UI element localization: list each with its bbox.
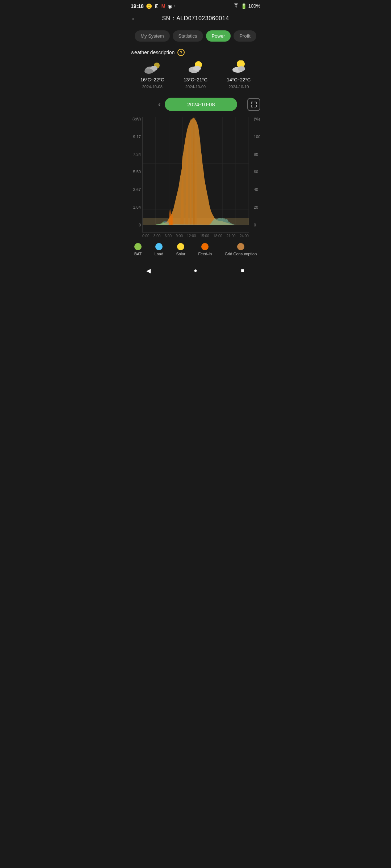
chart-svg — [143, 117, 249, 232]
weather-date-1: 2024-10-09 — [185, 85, 206, 89]
y-label-right-0: 100 — [254, 135, 260, 139]
date-display[interactable]: 2024-10-08 — [165, 98, 237, 111]
y-unit-right: (%) — [254, 117, 260, 121]
weather-description-text: weather description — [131, 50, 175, 55]
header: ← SN：ALD071023060014 — [125, 11, 266, 27]
legend: BAT Load Solar Feed-In Grid Consumption — [125, 238, 266, 259]
y-label-right-5: 0 — [254, 223, 256, 227]
battery-icon: 🔋 — [241, 3, 247, 9]
legend-dot-bat — [134, 243, 142, 250]
y-label-right-1: 80 — [254, 152, 258, 157]
status-left: 19:18 🙂 🗓 M ◉ • — [131, 3, 175, 9]
y-label-right-2: 60 — [254, 170, 258, 174]
y-label-left-3: 3.67 — [133, 187, 141, 192]
weather-icon-2 — [229, 60, 248, 75]
legend-grid: Grid Consumption — [225, 243, 257, 256]
y-label-right-4: 20 — [254, 205, 258, 209]
chart-container: (kW) 9.17 7.34 5.50 3.67 1.84 0 (%) 100 … — [128, 117, 263, 238]
gmail-icon: M — [161, 3, 165, 9]
tab-power[interactable]: Power — [206, 30, 231, 42]
chart-x-labels: 0:00 3:00 6:00 9:00 12:00 15:00 18:00 21… — [142, 234, 249, 238]
nav-recents-button[interactable]: ■ — [235, 263, 250, 278]
legend-label-grid: Grid Consumption — [225, 252, 257, 256]
x-label-8: 24:00 — [240, 234, 249, 238]
dot-icon: • — [174, 4, 176, 8]
y-unit-left: (kW) — [133, 117, 141, 121]
y-label-right-3: 40 — [254, 187, 258, 192]
legend-dot-feedin — [201, 243, 209, 250]
face-icon: 🙂 — [146, 3, 152, 9]
status-bar: 19:18 🙂 🗓 M ◉ • 🔋 100% — [125, 0, 266, 11]
tab-profit[interactable]: Profit — [234, 30, 256, 42]
legend-label-feedin: Feed-In — [198, 252, 212, 256]
back-button[interactable]: ← — [131, 14, 139, 24]
weather-card-0: 16°C~22°C 2024-10-08 — [140, 60, 164, 89]
legend-bat: BAT — [134, 243, 142, 256]
y-label-left-2: 5.50 — [133, 170, 141, 174]
tab-my-system[interactable]: My System — [135, 30, 169, 42]
x-label-2: 6:00 — [165, 234, 172, 238]
battery-percent: 100% — [248, 3, 260, 9]
weather-date-0: 2024-10-08 — [142, 85, 163, 89]
weather-temp-1: 13°C~21°C — [184, 77, 207, 82]
chart-y-left: (kW) 9.17 7.34 5.50 3.67 1.84 0 — [128, 117, 142, 227]
expand-button[interactable] — [247, 98, 260, 111]
help-icon[interactable]: ? — [177, 49, 185, 56]
legend-feedin: Feed-In — [198, 243, 212, 256]
weather-temp-2: 14°C~22°C — [227, 77, 251, 82]
svg-point-0 — [236, 7, 236, 8]
weather-card-1: 13°C~21°C 2024-10-09 — [184, 60, 207, 89]
legend-dot-solar — [177, 243, 184, 250]
weather-card-2: 14°C~22°C 2024-10-10 — [227, 60, 251, 89]
chart-section: (kW) 9.17 7.34 5.50 3.67 1.84 0 (%) 100 … — [125, 117, 266, 238]
tab-bar: My System Statistics Power Profit — [125, 27, 266, 46]
x-label-5: 15:00 — [200, 234, 209, 238]
date-prev-button[interactable]: ‹ — [154, 99, 165, 110]
y-label-left-5: 0 — [139, 223, 141, 227]
wifi-icon — [233, 3, 239, 9]
legend-dot-grid — [237, 243, 244, 250]
weather-icon-1 — [186, 60, 205, 75]
calendar-icon: 🗓 — [154, 3, 159, 9]
date-selector: ‹ 2024-10-08 — [125, 95, 266, 117]
y-label-left-0: 9.17 — [133, 135, 141, 139]
legend-label-bat: BAT — [134, 252, 142, 256]
status-time: 19:18 — [131, 3, 144, 9]
tab-statistics[interactable]: Statistics — [173, 30, 203, 42]
camera-icon: ◉ — [168, 3, 172, 9]
bottom-nav: ◀ ● ■ — [125, 259, 266, 281]
legend-label-solar: Solar — [176, 252, 185, 256]
legend-solar: Solar — [176, 243, 185, 256]
legend-load: Load — [155, 243, 163, 256]
chart-y-right: (%) 100 80 60 40 20 0 — [252, 117, 263, 227]
weather-temp-0: 16°C~22°C — [140, 77, 164, 82]
weather-label: weather description ? — [131, 49, 260, 56]
chart-drawing-area — [142, 117, 249, 233]
status-right: 🔋 100% — [233, 3, 260, 9]
x-label-3: 9:00 — [176, 234, 182, 238]
weather-icon-0 — [143, 60, 162, 75]
nav-home-button[interactable]: ● — [188, 263, 203, 278]
y-label-left-4: 1.84 — [133, 205, 141, 209]
x-label-7: 21:00 — [226, 234, 235, 238]
x-label-6: 18:00 — [213, 234, 222, 238]
weather-date-2: 2024-10-10 — [228, 85, 249, 89]
weather-section: weather description ? 16°C~22°C 2024-10-… — [125, 46, 266, 95]
y-label-left-1: 7.34 — [133, 152, 141, 157]
x-label-0: 0:00 — [142, 234, 149, 238]
svg-point-7 — [193, 66, 201, 71]
legend-dot-load — [155, 243, 163, 250]
legend-label-load: Load — [155, 252, 163, 256]
header-title: SN：ALD071023060014 — [162, 15, 229, 22]
svg-point-4 — [144, 69, 153, 74]
weather-cards: 16°C~22°C 2024-10-08 13°C~21°C 2024-10-0… — [131, 60, 260, 89]
svg-point-10 — [238, 66, 245, 71]
x-label-1: 3:00 — [154, 234, 160, 238]
x-label-4: 12:00 — [187, 234, 196, 238]
nav-back-button[interactable]: ◀ — [141, 263, 156, 278]
